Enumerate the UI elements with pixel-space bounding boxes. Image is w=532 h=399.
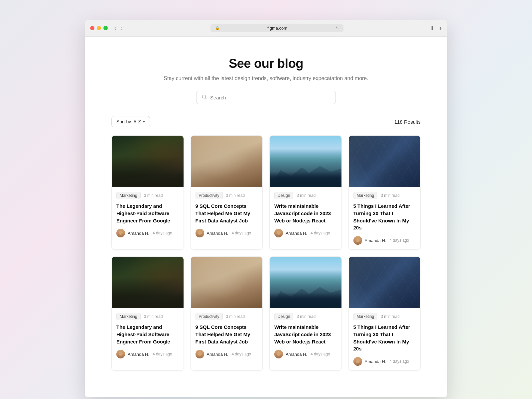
search-input[interactable]: [210, 95, 330, 100]
sort-label: Sort by: A-Z: [116, 119, 141, 124]
page-content: See our blog Stay current with all the l…: [85, 37, 447, 397]
results-count: 118 Results: [394, 119, 421, 125]
card-image: [112, 136, 184, 187]
article-title: 5 Things I Learned After Turning 30 That…: [353, 324, 416, 352]
read-time: 3 min read: [226, 314, 245, 319]
card-image: [349, 257, 421, 308]
card-body: Design 3 min read Write maintainable Jav…: [270, 308, 341, 363]
toolbar: Sort by: A-Z ▾ 118 Results: [111, 116, 421, 127]
search-bar[interactable]: [196, 91, 336, 104]
card-author: Amanda H. 4 days ago: [274, 350, 337, 358]
card-author: Amanda H. 4 days ago: [116, 229, 179, 237]
blog-card-3[interactable]: Marketing 3 min read 5 Things I Learned …: [348, 135, 421, 250]
avatar: [116, 229, 125, 237]
blog-card-2[interactable]: Design 3 min read Write maintainable Jav…: [269, 135, 342, 250]
author-name: Amanda H.: [365, 238, 386, 243]
card-author: Amanda H. 4 days ago: [274, 229, 337, 237]
maximize-traffic-light[interactable]: [103, 26, 108, 30]
author-name: Amanda H.: [128, 231, 149, 236]
author-name: Amanda H.: [365, 359, 386, 364]
search-icon: [202, 94, 207, 100]
card-author: Amanda H. 4 days ago: [196, 350, 258, 358]
card-meta: Productivity 3 min read: [196, 192, 258, 199]
article-title: 9 SQL Core Concepts That Helped Me Get M…: [196, 324, 258, 345]
article-title: 5 Things I Learned After Turning 30 That…: [353, 202, 416, 231]
author-name: Amanda H.: [286, 231, 307, 236]
card-body: Design 3 min read Write maintainable Jav…: [270, 187, 341, 242]
card-image: [270, 257, 341, 308]
blog-card-0[interactable]: Marketing 3 min read The Legendary and H…: [111, 135, 184, 250]
card-image: [191, 257, 263, 308]
author-time: 4 days ago: [390, 238, 409, 243]
card-meta: Marketing 3 min read: [353, 313, 416, 320]
card-image: [191, 136, 263, 187]
card-meta: Design 3 min read: [274, 313, 337, 320]
card-meta: Marketing 3 min read: [116, 313, 179, 320]
minimize-traffic-light[interactable]: [97, 26, 101, 30]
author-time: 4 days ago: [232, 231, 251, 235]
author-time: 4 days ago: [311, 352, 330, 356]
article-title: Write maintainable JavaScript code in 20…: [274, 202, 337, 224]
card-image: [349, 136, 421, 187]
browser-chrome: ‹ › 🔒 figma.com ↻ ⬆ +: [85, 20, 447, 37]
browser-window: ‹ › 🔒 figma.com ↻ ⬆ + See our blog Stay …: [85, 20, 447, 397]
card-author: Amanda H. 4 days ago: [116, 350, 179, 358]
article-tag: Design: [274, 313, 293, 320]
card-author: Amanda H. 4 days ago: [196, 229, 258, 237]
author-time: 4 days ago: [390, 359, 409, 364]
blog-card-4[interactable]: Marketing 3 min read The Legendary and H…: [111, 256, 184, 371]
article-tag: Marketing: [116, 313, 141, 320]
blog-card-6[interactable]: Design 3 min read Write maintainable Jav…: [269, 256, 342, 371]
card-meta: Marketing 3 min read: [353, 192, 416, 199]
article-title: The Legendary and Highest-Paid Software …: [116, 324, 179, 345]
article-title: The Legendary and Highest-Paid Software …: [116, 202, 179, 224]
share-button[interactable]: ⬆: [430, 25, 434, 31]
avatar: [196, 229, 204, 237]
card-body: Marketing 3 min read 5 Things I Learned …: [349, 308, 421, 370]
card-author: Amanda H. 4 days ago: [353, 236, 416, 245]
article-tag: Marketing: [116, 192, 141, 199]
address-bar-inner[interactable]: 🔒 figma.com ↻: [210, 24, 343, 32]
blog-card-1[interactable]: Productivity 3 min read 9 SQL Core Conce…: [191, 135, 263, 250]
lock-icon: 🔒: [215, 26, 220, 30]
avatar: [353, 236, 362, 245]
card-body: Marketing 3 min read 5 Things I Learned …: [349, 187, 421, 249]
hero-section: See our blog Stay current with all the l…: [111, 57, 421, 104]
author-name: Amanda H.: [207, 231, 228, 236]
blog-card-7[interactable]: Marketing 3 min read 5 Things I Learned …: [348, 256, 421, 371]
hero-subtitle: Stay current with all the latest design …: [111, 75, 421, 81]
blog-grid-row-2: Marketing 3 min read The Legendary and H…: [111, 256, 421, 371]
card-image: [270, 136, 341, 187]
author-time: 4 days ago: [153, 231, 172, 235]
forward-button[interactable]: ›: [119, 25, 124, 32]
close-traffic-light[interactable]: [90, 26, 94, 30]
article-tag: Productivity: [196, 192, 223, 199]
avatar: [274, 350, 283, 358]
read-time: 3 min read: [381, 314, 400, 319]
author-name: Amanda H.: [286, 352, 307, 357]
author-time: 4 days ago: [232, 352, 251, 356]
read-time: 3 min read: [297, 314, 316, 319]
card-image: [112, 257, 184, 308]
card-body: Marketing 3 min read The Legendary and H…: [112, 187, 184, 242]
author-time: 4 days ago: [153, 352, 172, 356]
blog-card-5[interactable]: Productivity 3 min read 9 SQL Core Conce…: [191, 256, 263, 371]
traffic-lights: [90, 26, 108, 30]
article-tag: Productivity: [196, 313, 223, 320]
avatar: [353, 357, 362, 366]
sort-dropdown[interactable]: Sort by: A-Z ▾: [111, 116, 150, 127]
refresh-button[interactable]: ↻: [335, 26, 339, 31]
new-tab-button[interactable]: +: [439, 25, 442, 31]
article-title: 9 SQL Core Concepts That Helped Me Get M…: [196, 202, 258, 224]
back-button[interactable]: ‹: [113, 25, 117, 32]
svg-line-1: [205, 98, 207, 99]
url-text: figma.com: [222, 26, 333, 31]
read-time: 3 min read: [226, 193, 245, 198]
card-meta: Productivity 3 min read: [196, 313, 258, 320]
read-time: 3 min read: [381, 193, 400, 198]
chevron-down-icon: ▾: [143, 120, 145, 124]
card-meta: Marketing 3 min read: [116, 192, 179, 199]
card-meta: Design 3 min read: [274, 192, 337, 199]
article-tag: Marketing: [353, 313, 378, 320]
card-body: Productivity 3 min read 9 SQL Core Conce…: [191, 308, 263, 363]
